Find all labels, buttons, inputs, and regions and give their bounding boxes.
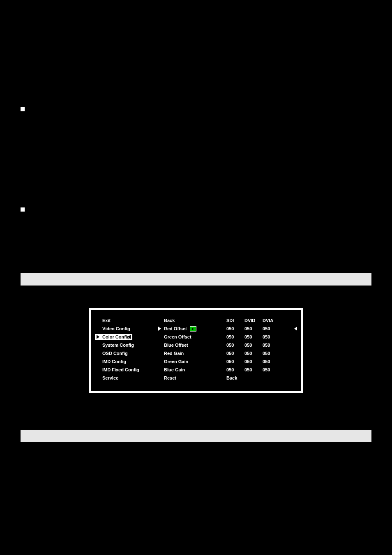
value-dvia: 050 [263, 334, 275, 339]
param-blue-offset[interactable]: Blue Offset [157, 343, 188, 348]
color-config-submenu: Exit Back SDI DVID DVIA Video Config [89, 308, 303, 393]
section-bar [21, 430, 371, 442]
value-dvid: 050 [244, 359, 257, 364]
param-green-gain[interactable]: Green Gain [157, 359, 188, 364]
mid-cell: Blue Offset [157, 343, 226, 348]
left-cell: Video Config [95, 326, 157, 331]
param-green-offset[interactable]: Green Offset [157, 334, 191, 339]
bullet-row-2 [21, 206, 371, 212]
submenu-row: Color Config Green Offset 050 050 050 [95, 333, 297, 341]
left-header-cell: Exit [95, 318, 157, 323]
sidebar-item-osd-config[interactable]: OSD Config [95, 351, 128, 356]
right-cell: 050 050 050 [226, 334, 297, 339]
col-header-dvid: DVID [244, 318, 257, 323]
red-offset-label: Red Offset [164, 326, 187, 331]
value-dvid: 050 [244, 351, 257, 356]
left-cell: System Config [95, 343, 157, 348]
value-dvia: 050 [263, 351, 275, 356]
submenu-row: Service Reset Back [95, 374, 297, 382]
value-dvid: 050 [244, 326, 257, 331]
right-cell: 050 050 050 [226, 326, 297, 331]
value-dvia: 050 [263, 326, 275, 331]
bullet-icon [21, 107, 25, 111]
param-reset[interactable]: Reset [157, 375, 176, 380]
chevron-left-icon [294, 327, 297, 331]
submenu-container: Exit Back SDI DVID DVIA Video Config [21, 308, 371, 393]
submenu-row: IMD Fixed Config Blue Gain 050 050 050 [95, 366, 297, 374]
value-sdi: 050 [226, 359, 239, 364]
value-sdi: 050 [226, 351, 239, 356]
value-sdi: 050 [226, 367, 239, 372]
left-cell-selected: Color Config [95, 334, 157, 340]
bullet-row-1 [21, 106, 371, 111]
right-cell: Back [226, 375, 297, 380]
right-cell: 050 050 050 [226, 343, 297, 348]
sidebar-item-imd-config[interactable]: IMD Config [95, 359, 126, 364]
mid-header-cell: Back [157, 318, 226, 323]
left-cell: IMD Fixed Config [95, 367, 157, 372]
left-cell: OSD Config [95, 351, 157, 356]
bullet-icon [21, 207, 25, 212]
submenu-header-row: Exit Back SDI DVID DVIA [95, 316, 297, 325]
reset-back[interactable]: Back [226, 375, 237, 380]
mid-cell: Red Gain [157, 351, 226, 356]
mid-cell: Blue Gain [157, 367, 226, 372]
left-cell: IMD Config [95, 359, 157, 364]
value-dvia: 050 [263, 359, 275, 364]
right-cell: 050 050 050 [226, 359, 297, 364]
sidebar-item-system-config[interactable]: System Config [95, 343, 134, 348]
mid-cell: Green Offset [157, 334, 226, 339]
right-headers: SDI DVID DVIA [226, 318, 297, 323]
spacer [21, 111, 371, 169]
mid-cell: Red Offset ↵ [157, 326, 226, 331]
right-cell: 050 050 050 [226, 351, 297, 356]
value-sdi: 050 [226, 343, 239, 348]
value-sdi: 050 [226, 334, 239, 339]
sidebar-item-service[interactable]: Service [95, 375, 118, 380]
left-cell: Service [95, 375, 157, 380]
value-dvid: 050 [244, 367, 257, 372]
mid-cell: Green Gain [157, 359, 226, 364]
spacer [21, 212, 371, 265]
col-header-sdi: SDI [226, 318, 239, 323]
mid-cell: Reset [157, 375, 226, 380]
value-dvid: 050 [244, 343, 257, 348]
value-sdi: 050 [226, 326, 239, 331]
param-red-offset[interactable]: Red Offset ↵ [157, 326, 196, 331]
sidebar-item-video-config[interactable]: Video Config [95, 326, 130, 331]
param-blue-gain[interactable]: Blue Gain [157, 367, 185, 372]
value-dvia: 050 [263, 343, 275, 348]
page: Exit Back SDI DVID DVIA Video Config [0, 0, 392, 555]
param-red-gain[interactable]: Red Gain [157, 351, 184, 356]
value-dvid: 050 [244, 334, 257, 339]
right-cell: 050 050 050 [226, 367, 297, 372]
section-bar [21, 273, 371, 286]
submenu-row: OSD Config Red Gain 050 050 050 [95, 349, 297, 357]
sidebar-item-imd-fixed-config[interactable]: IMD Fixed Config [95, 367, 139, 372]
back-item[interactable]: Back [157, 318, 175, 323]
col-header-dvia: DVIA [263, 318, 275, 323]
enter-icon: ↵ [190, 326, 196, 332]
value-dvia: 050 [263, 367, 275, 372]
submenu-row: Video Config Red Offset ↵ 050 050 050 [95, 325, 297, 333]
spacer [21, 0, 371, 101]
submenu-row: IMD Config Green Gain 050 050 050 [95, 357, 297, 366]
sidebar-item-color-config[interactable]: Color Config [95, 334, 132, 340]
exit-item[interactable]: Exit [95, 318, 111, 323]
submenu-row: System Config Blue Offset 050 050 050 [95, 341, 297, 349]
